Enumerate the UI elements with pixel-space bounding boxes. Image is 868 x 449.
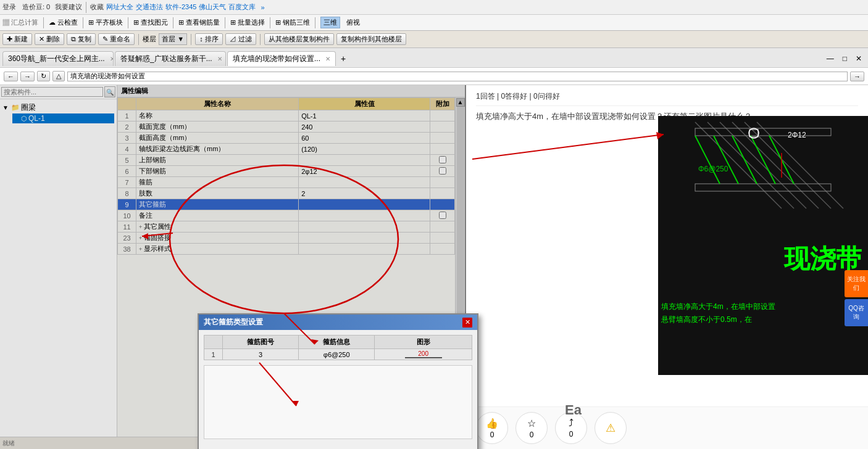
warn-icon: ⚠ <box>606 421 616 435</box>
figure-line-container <box>378 357 468 358</box>
modal-col-info: 箍筋信息 <box>299 336 375 349</box>
modal-dialog: 其它箍筋类型设置 ✕ 箍筋图号 箍筋信息 图形 1 <box>198 313 478 449</box>
library-link[interactable]: 百度文库 <box>228 2 256 12</box>
level-board[interactable]: ⊞ 平齐板块 <box>88 18 123 27</box>
share-icon: ⤴ <box>569 418 574 429</box>
rename-button[interactable]: ✎ 重命名 <box>98 33 135 45</box>
forward-btn[interactable]: → <box>20 72 35 81</box>
fav-link[interactable]: 收藏 <box>90 2 104 12</box>
copy-button[interactable]: ⧉ 复制 <box>67 33 96 45</box>
bottom-actions: 👍 0 ☆ 0 ⤴ 0 ⚠ <box>466 406 868 449</box>
qq-btn[interactable]: QQ咨询 <box>845 299 868 326</box>
batch-select[interactable]: ⊞ 批量选择 <box>230 18 265 27</box>
cloud-check[interactable]: ☁ 云检查 <box>49 18 78 27</box>
go-btn[interactable]: → <box>850 72 864 81</box>
maximize-btn[interactable]: □ <box>839 53 851 64</box>
back-btn[interactable]: ← <box>4 72 18 81</box>
like-count: 0 <box>490 430 495 439</box>
like-button[interactable]: 👍 0 <box>476 412 508 444</box>
browser-tab-2[interactable]: 填充墙的现浇带如何设置... ✕ <box>227 51 336 66</box>
modal-figure: 200 <box>375 349 472 360</box>
find-elem[interactable]: ⊞ 查找图元 <box>133 18 168 27</box>
suggestion-link[interactable]: 我要建议 <box>55 2 82 12</box>
copy-from-floor-button[interactable]: 从其他楼层复制构件 <box>264 33 334 45</box>
svg-line-25 <box>472 134 664 159</box>
sep3 <box>83 17 83 28</box>
svg-line-16 <box>714 136 738 184</box>
right-browser-panel: 1回答 | 0答得好 | 0问得好 现浇带 填充墙净高大于4m，在墙中部设置现浇… <box>466 85 868 449</box>
address-input[interactable] <box>67 72 848 81</box>
three-d-btn[interactable]: 三维 <box>320 17 340 28</box>
modal-col-figure: 图形 <box>375 336 472 349</box>
svg-rect-13 <box>695 128 831 136</box>
minimize-btn[interactable]: — <box>823 53 838 64</box>
cad-drawing-area: 2Φ12 Φ6@250 现浇带 填充墙净高大于4m，在墙中部设置 悬臂墙高度不小… <box>658 116 868 375</box>
tab-0-label: 360导航_新一代安全上网主... <box>8 54 105 64</box>
svg-text:Φ6@250: Φ6@250 <box>698 165 728 173</box>
left-cad-panel: 🔍 ▼ 📁 圈梁 ⬡ QL-1 <box>0 85 466 449</box>
weather-link[interactable]: 佛山天气 <box>199 2 226 12</box>
sep4 <box>128 17 128 28</box>
star-icon: ☆ <box>527 418 536 429</box>
figure-line <box>405 357 442 358</box>
window-close-btn[interactable]: ✕ <box>852 53 866 64</box>
modal-table: 箍筋图号 箍筋信息 图形 1 3 φ6@250 200 <box>204 335 472 360</box>
more-links[interactable]: » <box>261 4 264 11</box>
modal-title-text: 其它箍筋类型设置 <box>204 317 263 327</box>
modal-fig-num: 3 <box>223 349 299 360</box>
tab-1-close[interactable]: ✕ <box>217 56 222 62</box>
svg-line-18 <box>751 136 775 184</box>
sep1 <box>86 2 86 13</box>
refresh-btn[interactable]: ↻ <box>37 71 50 81</box>
modal-row-num: 1 <box>204 349 223 360</box>
sep5 <box>173 17 173 28</box>
home-btn[interactable]: △ <box>52 71 65 81</box>
browser-tab-1[interactable]: 答疑解惑_广联达服务新干... ✕ <box>115 51 226 66</box>
browser-tabs-bar: 360导航_新一代安全上网主... ✕ 答疑解惑_广联达服务新干... ✕ 填充… <box>0 48 868 68</box>
sort-button[interactable]: ↕ 排序 <box>195 33 223 45</box>
login-link[interactable]: 登录 <box>2 2 16 12</box>
tab-2-close[interactable]: ✕ <box>325 56 330 62</box>
browser-tab-0[interactable]: 360导航_新一代安全上网主... ✕ <box>2 51 114 66</box>
warn-button[interactable]: ⚠ <box>595 412 627 444</box>
top-view-btn[interactable]: 俯视 <box>344 17 362 28</box>
modal-table-row[interactable]: 1 3 φ6@250 200 <box>204 349 472 360</box>
like-icon: 👍 <box>486 418 498 429</box>
sep7 <box>270 17 270 28</box>
nav-link[interactable]: 网址大全 <box>106 2 133 12</box>
sep6 <box>225 17 225 28</box>
follow-btn[interactable]: 关注我们 <box>845 270 868 297</box>
share-count: 0 <box>569 430 574 439</box>
right-content-area: 1回答 | 0答得好 | 0问得好 现浇带 填充墙净高大于4m，在墙中部设置现浇… <box>466 85 868 449</box>
software-link[interactable]: 软件-2345 <box>165 2 196 12</box>
tab-bar: ✚ 新建 ✕ 删除 ⧉ 复制 ✎ 重命名 楼层 首层 ▼ ↕ 排序 ⊿ 过滤 从… <box>0 31 868 48</box>
modal-close-btn[interactable]: ✕ <box>462 318 472 327</box>
tab-1-label: 答疑解惑_广联达服务新干... <box>120 54 212 64</box>
copy-to-floor-button[interactable]: 复制构件到其他楼层 <box>336 33 406 45</box>
svg-text:2Φ12: 2Φ12 <box>788 131 806 139</box>
new-tab-btn[interactable]: + <box>337 52 349 65</box>
modal-col-empty <box>204 336 223 349</box>
sep10 <box>191 34 191 45</box>
filter-button[interactable]: ⊿ 过滤 <box>225 33 256 45</box>
first-floor[interactable]: 首层 ▼ <box>159 33 187 45</box>
modal-empty-area <box>204 365 472 439</box>
cad-description: 填充墙净高大于4m，在墙中部设置 悬臂墙高度不小于0.5m，在 <box>661 300 775 326</box>
floor-label: 楼层 <box>143 35 156 44</box>
modal-title-bar: 其它箍筋类型设置 ✕ <box>199 315 477 330</box>
new-button[interactable]: ✚ 新建 <box>2 33 32 45</box>
sep8 <box>315 17 315 28</box>
tab-2-label: 填充墙的现浇带如何设置... <box>233 54 320 64</box>
gld-icon: ▦ 汇总计算 <box>2 18 38 27</box>
star-button[interactable]: ☆ 0 <box>515 412 548 444</box>
traffic-link[interactable]: 交通违法 <box>136 2 163 12</box>
delete-button[interactable]: ✕ 删除 <box>35 33 64 45</box>
coins-display: 造价豆: 0 <box>22 2 50 12</box>
modal-info: φ6@250 <box>299 349 375 360</box>
tab-0-close[interactable]: ✕ <box>110 56 114 62</box>
address-bar: ← → ↻ △ → <box>0 68 868 85</box>
rebar-3d[interactable]: ⊞ 钢筋三维 <box>275 18 310 27</box>
view-rebar[interactable]: ⊞ 查看钢筋量 <box>178 18 220 27</box>
ea-annotation: Ea <box>565 402 582 418</box>
second-toolbar: ▦ 汇总计算 ☁ 云检查 ⊞ 平齐板块 ⊞ 查找图元 ⊞ 查看钢筋量 ⊞ 批量选… <box>0 15 868 31</box>
